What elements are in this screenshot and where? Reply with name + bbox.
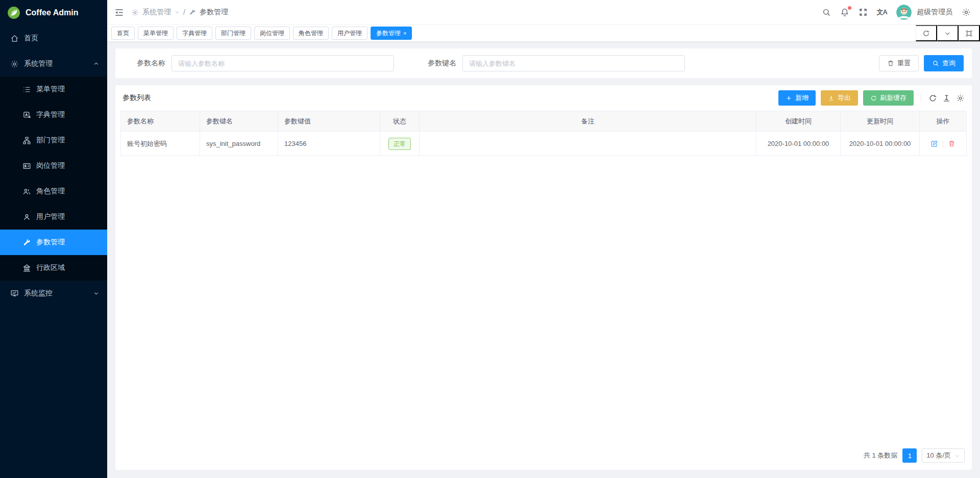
divider [943,140,943,147]
param-key-input[interactable] [462,55,685,71]
tab-param-mgmt[interactable]: 参数管理 × [371,27,412,40]
sidebar-item-user-mgmt[interactable]: 用户管理 [0,204,107,230]
reset-label: 重置 [897,59,911,68]
bell-icon[interactable] [840,8,849,17]
cell-param-name: 账号初始密码 [121,132,200,156]
breadcrumb-parent[interactable]: 系统管理 [142,8,171,17]
chevron-down-icon[interactable] [937,25,959,41]
collapse-sidebar-icon[interactable] [114,8,124,17]
cell-remark [420,132,756,156]
content: 参数名称 参数键名 重置 查询 参数列表 [107,41,980,478]
tab-role-mgmt[interactable]: 角色管理 [293,27,329,40]
tab-label: 用户管理 [337,29,362,38]
wrench-icon [22,238,31,247]
pagination: 共 1 条数据 1 10 条/页 [120,442,967,470]
fullscreen-icon[interactable] [859,8,868,17]
export-button[interactable]: 导出 [821,90,858,106]
app-logo[interactable]: Coffee Admin [0,0,107,26]
tab-dept-mgmt[interactable]: 部门管理 [215,27,251,40]
sidebar-item-menu-mgmt[interactable]: 菜单管理 [0,77,107,102]
sidebar-item-label: 菜单管理 [36,85,65,94]
tab-label: 部门管理 [221,29,246,38]
sidebar-item-post-mgmt[interactable]: 岗位管理 [0,153,107,179]
page-button-1[interactable]: 1 [902,448,917,463]
tab-menu-mgmt[interactable]: 菜单管理 [138,27,174,40]
sidebar-item-dict-mgmt[interactable]: 字典管理 [0,102,107,128]
sidebar-item-label: 系统监控 [24,289,53,298]
refresh-icon[interactable] [928,94,937,103]
translate-icon[interactable]: 文A [877,8,887,17]
chevron-down-icon [954,453,960,459]
list-icon [22,85,31,94]
refresh-icon[interactable] [916,25,937,41]
system-mgmt-submenu: 菜单管理 字典管理 部门管理 岗位管理 角色管理 用户管理 [0,77,107,281]
tab-label: 首页 [117,29,129,38]
col-param-key: 参数键名 [200,111,278,132]
gear-icon[interactable] [962,8,971,17]
tab-label: 菜单管理 [143,29,168,38]
sidebar-item-label: 系统管理 [24,59,53,68]
notification-dot [848,6,851,10]
refresh-cache-label: 刷新缓存 [880,93,906,103]
col-created: 创建时间 [756,111,841,132]
tab-label: 参数管理 [376,29,401,38]
gear-icon[interactable] [956,94,965,103]
text-size-icon[interactable] [942,94,951,103]
sidebar-item-system-monitor[interactable]: 系统监控 [0,281,107,306]
wrench-icon [189,9,196,16]
col-param-value: 参数键值 [278,111,380,132]
param-table: 参数名称 参数键名 参数键值 状态 备注 创建时间 更新时间 操作 账号初始密码… [120,111,967,156]
close-icon[interactable]: × [403,31,406,36]
col-param-name: 参数名称 [121,111,200,132]
sidebar-item-system-mgmt[interactable]: 系统管理 [0,51,107,77]
avatar[interactable] [896,5,912,20]
breadcrumb-separator: / [183,8,185,16]
user-icon [22,213,31,221]
tab-label: 字典管理 [182,29,207,38]
filter-card: 参数名称 参数键名 重置 查询 [115,48,972,78]
cell-actions [920,132,967,156]
sidebar-item-label: 参数管理 [36,238,65,247]
sidebar-item-admin-region[interactable]: 行政区域 [0,255,107,281]
page-size-select[interactable]: 10 条/页 [922,448,965,463]
plus-icon [786,95,792,102]
table-row: 账号初始密码 sys_init_password 123456 正常 2020-… [121,132,967,156]
trash-icon [887,60,894,67]
add-button[interactable]: 新增 [778,90,816,106]
total-count: 共 1 条数据 [864,451,897,460]
edit-icon[interactable] [930,140,938,147]
sidebar-item-dept-mgmt[interactable]: 部门管理 [0,128,107,153]
page-size-value: 10 条/页 [926,451,951,460]
tab-home[interactable]: 首页 [111,27,135,40]
search-icon[interactable] [822,8,831,17]
param-list-card: 参数列表 新增 导出 刷新缓存 [115,85,972,470]
id-badge-icon [22,162,31,170]
cell-updated: 2020-10-01 00:00:00 [841,132,920,156]
sidebar-item-param-mgmt[interactable]: 参数管理 [0,230,107,255]
filter-param-key: 参数键名 [419,55,685,71]
col-remark: 备注 [420,111,756,132]
sidebar: Coffee Admin 首页 系统管理 菜单管理 字典管理 部门管理 [0,0,107,478]
current-user-name[interactable]: 超级管理员 [917,8,952,17]
sidebar-item-label: 部门管理 [36,136,65,145]
sidebar-item-label: 用户管理 [36,212,65,221]
home-icon [10,34,19,43]
refresh-cache-button[interactable]: 刷新缓存 [863,90,914,106]
gear-icon [10,60,19,68]
sidebar-item-home[interactable]: 首页 [0,26,107,51]
reset-button[interactable]: 重置 [879,55,919,71]
tab-user-mgmt[interactable]: 用户管理 [332,27,368,40]
search-button[interactable]: 查询 [924,55,964,71]
gear-icon [131,9,139,16]
cell-param-value: 123456 [278,132,380,156]
sidebar-item-role-mgmt[interactable]: 角色管理 [0,179,107,204]
maximize-icon[interactable] [959,25,980,41]
col-status: 状态 [380,111,420,132]
tab-post-mgmt[interactable]: 岗位管理 [254,27,290,40]
trash-icon[interactable] [948,140,955,147]
tab-dict-mgmt[interactable]: 字典管理 [177,27,212,40]
param-name-input[interactable] [172,55,394,71]
param-key-label: 参数键名 [419,59,462,68]
refresh-icon [870,95,877,102]
table-header-row: 参数名称 参数键名 参数键值 状态 备注 创建时间 更新时间 操作 [121,111,967,132]
